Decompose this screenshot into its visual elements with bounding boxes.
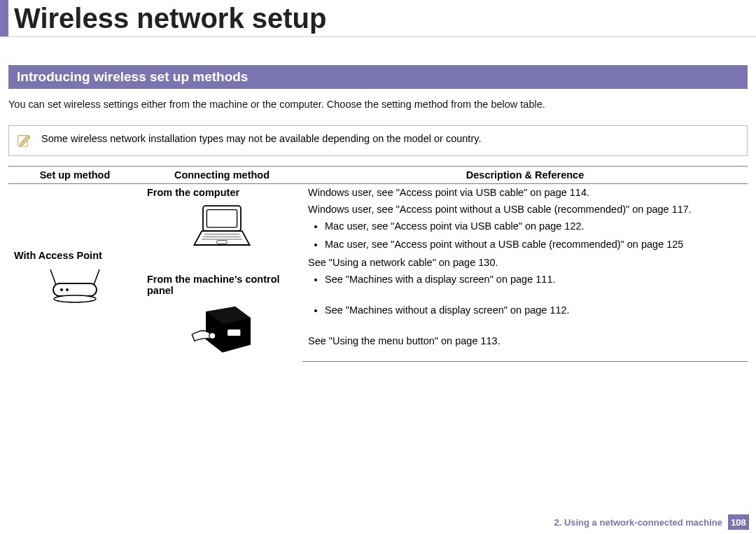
conn-from-panel-label: From the machine's control panel	[147, 274, 297, 296]
svg-point-12	[209, 332, 216, 339]
router-icon	[43, 264, 106, 306]
desc-display: See "Machines with a display screen" on …	[325, 274, 742, 285]
desc-mac-usb: Mac user, see "Access point via USB cabl…	[325, 220, 742, 232]
note-box: Some wireless network installation types…	[8, 125, 748, 156]
svg-rect-11	[227, 330, 240, 336]
conn-from-computer-label: From the computer	[147, 187, 297, 198]
methods-table: Set up method Connecting method Descript…	[8, 166, 748, 362]
desc-win-nousb: Windows user, see "Access point without …	[302, 201, 748, 218]
intro-paragraph: You can set wireless settings either fro…	[8, 99, 748, 110]
note-text: Some wireless network installation types…	[41, 133, 481, 144]
col-setup-header: Set up method	[8, 167, 141, 184]
col-desc-header: Description & Reference	[302, 167, 748, 184]
svg-rect-6	[206, 210, 237, 227]
svg-point-4	[66, 288, 69, 291]
desc-nodisplay: See "Machines without a display screen" …	[325, 304, 742, 316]
svg-point-3	[60, 288, 63, 291]
printer-panel-icon	[187, 299, 257, 356]
desc-menu: See "Using the menu button" on page 113.	[302, 332, 748, 361]
laptop-icon	[190, 201, 253, 251]
page-title: Wireless network setup	[8, 0, 326, 36]
svg-point-2	[54, 295, 96, 302]
svg-rect-10	[217, 241, 227, 244]
desc-mac-nousb: Mac user, see "Access point without a US…	[325, 239, 742, 250]
svg-rect-1	[53, 283, 97, 296]
desc-win-usb: Windows user, see "Access point via USB …	[302, 184, 748, 202]
note-icon	[16, 133, 31, 148]
footer-chapter: 2. Using a network-connected machine	[554, 514, 724, 530]
page-footer: 2. Using a network-connected machine 108	[554, 514, 749, 530]
footer-page-number: 108	[728, 514, 749, 530]
col-conn-header: Connecting method	[141, 167, 302, 184]
title-accent-bar	[0, 0, 8, 36]
setup-method-label: With Access Point	[14, 250, 136, 261]
desc-net-cable: See "Using a network cable" on page 130.	[302, 254, 748, 271]
section-heading: Introducing wireless set up methods	[8, 65, 748, 89]
